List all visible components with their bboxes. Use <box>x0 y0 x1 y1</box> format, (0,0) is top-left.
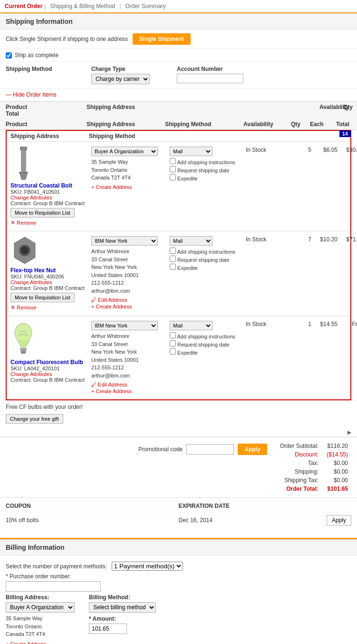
po-number-label: * Purchase order number: <box>6 573 71 580</box>
single-shipment-label: Click Single Shipment if shipping to one… <box>6 36 128 42</box>
promo-apply-btn[interactable]: Apply <box>238 444 267 455</box>
create-addr-2[interactable]: + Create Address <box>91 304 132 309</box>
total-2: $71.40 <box>338 236 357 243</box>
col-availability: Availability <box>319 104 343 110</box>
coupon-code: 10% off bolts <box>6 517 179 524</box>
po-number-input[interactable] <box>6 581 101 592</box>
free-gift-text: Free CF bulbs with your order! <box>6 404 351 410</box>
payment-methods-row: Select the number of payment methods: 1 … <box>6 562 351 571</box>
order-total-label: Order Total: <box>278 485 321 493</box>
hide-items-link[interactable]: — Hide Order Items <box>6 91 57 98</box>
addr-select-3[interactable]: IBM New York <box>91 321 158 330</box>
col-qty: Qty <box>343 104 357 110</box>
billing-addr-select[interactable]: Buyer A Organization <box>6 602 75 613</box>
order-table-header2: Product Shipping Address Shipping Method… <box>0 119 357 130</box>
breadcrumb-step2: Shipping & Billing Method <box>50 3 115 10</box>
add-instructions-cb-1[interactable] <box>170 158 176 164</box>
promo-input[interactable] <box>186 444 234 455</box>
remove-link-1[interactable]: Remove <box>17 220 36 226</box>
single-shipment-button[interactable]: Single Shipment <box>133 33 191 45</box>
amount-label: * Amount: <box>89 615 156 622</box>
table-row: Structural Coastal Bolt SKU: FB041_41050… <box>7 142 350 231</box>
shipping-label: Shipping: <box>278 468 321 476</box>
request-shipping-cb-3[interactable] <box>170 340 176 347</box>
checkbox-group-3: Add shipping instructions Request shippi… <box>170 332 246 356</box>
billing-method-col: Billing Method: Select billing method * … <box>89 594 156 644</box>
method-select-1[interactable]: Mail <box>170 147 212 156</box>
availability-1: In Stock <box>246 147 292 153</box>
shipping-val: $0.00 <box>322 468 350 476</box>
product-name-3[interactable]: Compact Fluorescent Bulb <box>10 359 83 366</box>
product-col-3: Compact Fluorescent Bulb SKU: LA042_4201… <box>10 321 91 383</box>
change-attr-2[interactable]: Change Attributes <box>10 279 52 285</box>
table-row: Flex-top Hex Nut SKU: FNU040_400206 Chan… <box>7 231 350 316</box>
amount-input[interactable] <box>89 624 127 634</box>
each-2: $10.20 <box>311 236 338 243</box>
product-name-2[interactable]: Flex-top Hex Nut <box>10 267 56 274</box>
edit-addr-3[interactable]: 🖊 Edit Address <box>91 382 127 387</box>
single-shipment-row: Click Single Shipment if shipping to one… <box>0 30 357 49</box>
addr-text-1: 35 Sample WayToronto OntarioCanada T2T 4… <box>91 158 170 182</box>
create-addr-3[interactable]: + Create Address <box>91 388 132 394</box>
table-row: Compact Fluorescent Bulb SKU: LA042_4201… <box>7 316 350 399</box>
payment-methods-label: Select the number of payment methods: <box>6 563 107 570</box>
payment-methods-select[interactable]: 1 Payment method(s) <box>112 562 183 571</box>
charge-type-select[interactable]: Charge by carrier <box>91 74 150 84</box>
expedite-cb-1[interactable] <box>170 174 176 180</box>
nut-icon <box>10 236 39 265</box>
h-availability: Availability <box>243 121 291 128</box>
po-number-row: * Purchase order number: <box>6 573 351 592</box>
billing-method-select[interactable]: Select billing method <box>89 602 156 613</box>
shipping-addr-2: IBM New York Arthur Whitmore33 Canal Str… <box>91 236 170 310</box>
charge-type-label: Charge Type <box>91 66 172 72</box>
subtotal-val: $116.20 <box>322 442 350 450</box>
col-shipping: Shipping Address <box>87 104 319 110</box>
order-total-val: $101.65 <box>322 485 350 493</box>
remove-link-2[interactable]: Remove <box>17 305 36 310</box>
svg-rect-1 <box>21 150 26 172</box>
account-number-label: Account Number <box>177 66 351 72</box>
addr-select-2[interactable]: IBM New York <box>91 236 158 246</box>
expedite-cb-2[interactable] <box>170 264 176 270</box>
request-shipping-cb-2[interactable] <box>170 256 176 262</box>
change-free-gift-btn[interactable]: Change your free gift <box>6 414 63 424</box>
coupon-apply-btn[interactable]: Apply <box>327 515 351 525</box>
expiry-col-header: EXPIRATION DATE <box>179 503 352 509</box>
billing-method-label: Billing Method: <box>89 594 156 601</box>
shipping-method-2: Mail Add shipping instructions Request s… <box>170 236 246 272</box>
svg-point-7 <box>15 323 32 342</box>
account-number-input[interactable] <box>177 74 243 83</box>
breadcrumb-current-order[interactable]: Current Order <box>5 3 42 10</box>
method-select-2[interactable]: Mail <box>170 236 212 246</box>
subtotal-label: Order Subtotal: <box>278 442 321 450</box>
checkbox-group-2: Add shipping instructions Request shippi… <box>170 248 246 271</box>
product-col-2: Flex-top Hex Nut SKU: FNU040_400206 Chan… <box>10 236 91 311</box>
edit-addr-2[interactable]: 🖊 Edit Address <box>91 297 127 303</box>
move-req-btn-2[interactable]: Move to Requisition List <box>10 293 75 302</box>
change-attr-1[interactable]: Change Attributes <box>10 195 52 200</box>
add-instructions-cb-3[interactable] <box>170 332 176 338</box>
add-instructions-cb-2[interactable] <box>170 248 176 254</box>
move-req-btn-1[interactable]: Move to Requisition List <box>10 208 75 218</box>
billing-section-header: Billing Information <box>0 539 357 555</box>
create-addr-1[interactable]: + Create Address <box>91 184 132 190</box>
ship-complete-checkbox[interactable] <box>6 52 12 59</box>
coupon-expiry: Dec 16, 2014 <box>179 517 212 524</box>
product-name-1[interactable]: Structural Coastal Bolt <box>10 182 72 189</box>
shipping-tax-row: Shipping Tax: $0.00 <box>278 476 350 484</box>
shipping-method-label: Shipping Method <box>6 66 87 72</box>
shipping-addr-3: IBM New York Arthur Whitmore33 Canal Str… <box>91 321 170 395</box>
svg-point-6 <box>21 247 29 254</box>
shipping-box-header: Shipping Address Shipping Method <box>7 131 350 142</box>
expedite-cb-3[interactable] <box>170 348 176 355</box>
svg-rect-10 <box>21 352 26 354</box>
product-contract-2: Contract: Group B IBM Contract <box>10 285 85 291</box>
amount-row: * Amount: <box>89 615 156 634</box>
change-attr-3[interactable]: Change Attributes <box>10 371 52 377</box>
method-select-3[interactable]: Mail <box>170 321 212 330</box>
shipping-info-header: Shipping Information <box>0 13 357 30</box>
request-shipping-cb-1[interactable] <box>170 166 176 172</box>
addr-select-1[interactable]: Buyer A Organization <box>91 147 158 156</box>
billing-create-addr[interactable]: + Create Address <box>6 641 75 644</box>
qty-2: 7 <box>292 236 311 243</box>
